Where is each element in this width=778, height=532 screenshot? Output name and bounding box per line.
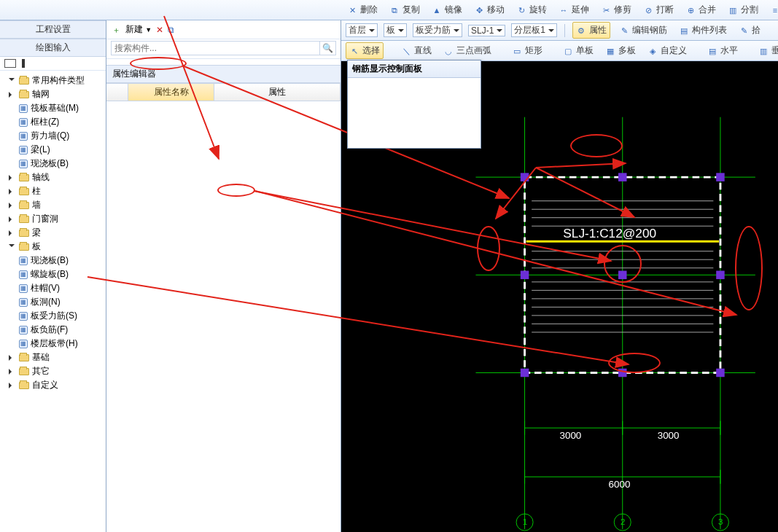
left-panel: 导航栏 工程设置 绘图输入 常用构件类型轴网▦筏板基础(M)▦框柱(Z)▦剪力墙…: [0, 20, 106, 532]
svg-rect-10: [521, 271, 529, 280]
search-icon: 🔍: [322, 43, 333, 53]
tree-item[interactable]: 柱: [0, 184, 106, 198]
anno-ellipse-left: [477, 226, 500, 271]
tree-item[interactable]: 轴网: [0, 87, 106, 101]
break-icon: ⊘: [643, 5, 653, 15]
rebar-display-panel[interactable]: 钢筋显示控制面板: [347, 60, 481, 149]
tree-item[interactable]: ▦螺旋板(B): [0, 267, 106, 281]
mini-frame-icon[interactable]: [4, 59, 16, 68]
line-icon: ＼: [401, 46, 411, 56]
extend-icon: ↔: [559, 5, 569, 15]
col-val: 属性: [214, 84, 341, 101]
custom-icon: ◈: [647, 46, 658, 56]
tree-item[interactable]: 基础: [0, 351, 106, 364]
split-icon: ▥: [728, 5, 738, 15]
add-icon: ＋: [111, 25, 121, 35]
svg-rect-7: [521, 173, 529, 181]
property-head: 属性名称 属性: [106, 84, 341, 101]
btn-delete[interactable]: ✕删除: [344, 2, 381, 17]
left-tab-draw[interactable]: 绘图输入: [0, 39, 106, 57]
axis-3: 3: [718, 517, 723, 526]
tree-item[interactable]: ▦现浇板(B): [0, 157, 106, 171]
cbo-type[interactable]: 板受力筋: [413, 23, 462, 37]
btn-single[interactable]: ▢单板: [560, 43, 596, 58]
dim-6000: 6000: [609, 479, 631, 490]
btn-move[interactable]: ✥移动: [471, 2, 507, 17]
btn-arc[interactable]: ◡三点画弧: [440, 43, 494, 58]
tree-item[interactable]: 轴线: [0, 171, 106, 184]
anno-ellipse-bottom: [608, 353, 661, 373]
btn-trim[interactable]: ✂修剪: [598, 2, 634, 17]
col-name: 属性名称: [128, 84, 214, 101]
tree-item[interactable]: 板: [0, 240, 106, 254]
tree-item[interactable]: ▦现浇板(B): [0, 254, 106, 267]
tree-item[interactable]: ▦剪力墙(Q): [0, 129, 106, 143]
btn-comp-list[interactable]: ▤构件列表: [676, 23, 730, 38]
btn-extend[interactable]: ↔延伸: [556, 2, 592, 17]
pencil-icon: ✎: [619, 26, 629, 36]
tree-item[interactable]: ▦楼层板带(H): [0, 337, 106, 351]
list-icon: ▤: [679, 26, 689, 36]
cbo-comp[interactable]: 板: [384, 23, 407, 37]
single-icon: ▢: [563, 46, 573, 56]
anno-ellipse-center: [604, 245, 642, 283]
middle-panel: ＋ 新建 ▼ ✕ ⧉ 🔍 属性编辑器 属性名称 属性: [106, 20, 341, 532]
mid-toolbar: ＋ 新建 ▼ ✕ ⧉: [106, 20, 341, 39]
rebar-label: SLJ-1:C12@200: [563, 226, 656, 240]
dim-3000-l: 3000: [560, 430, 582, 441]
btn-pick[interactable]: ✎拾: [736, 23, 763, 38]
float-title: 钢筋显示控制面板: [348, 60, 481, 78]
search-row: 🔍: [106, 39, 341, 59]
btn-align[interactable]: ≡对齐: [767, 2, 778, 17]
merge-icon: ⊕: [685, 5, 696, 15]
eyedrop-icon: ✎: [739, 26, 749, 36]
svg-rect-8: [618, 173, 627, 181]
axis-1: 1: [523, 517, 527, 526]
tree-item[interactable]: 墙: [0, 198, 106, 212]
btn-break[interactable]: ⊘打断: [640, 2, 677, 17]
btn-attr[interactable]: ⚙属性: [572, 22, 610, 39]
mini-left-icon[interactable]: [22, 59, 28, 68]
level-icon: ▤: [707, 46, 717, 56]
tree-item[interactable]: 其它: [0, 364, 106, 378]
anno-ellipse-right: [735, 226, 763, 310]
btn-custom[interactable]: ◈自定义: [645, 43, 690, 58]
btn-copy[interactable]: ⧉复制: [386, 2, 423, 17]
search-button[interactable]: 🔍: [320, 41, 336, 55]
tree-item[interactable]: ▦板受力筋(S): [0, 309, 106, 323]
top-toolbar: ✕删除 ⧉复制 ▲镜像 ✥移动 ↻旋转 ↔延伸 ✂修剪 ⊘打断 ⊕合并 ▥分割 …: [0, 0, 778, 20]
search-input[interactable]: [111, 41, 320, 55]
btn-split[interactable]: ▥分割: [725, 2, 761, 17]
svg-rect-12: [716, 271, 725, 280]
tree-item[interactable]: 门窗洞: [0, 212, 106, 226]
btn-line[interactable]: ＼直线: [398, 43, 435, 58]
btn-del[interactable]: ✕: [156, 25, 163, 35]
btn-rect[interactable]: ▭矩形: [509, 43, 545, 58]
cbo-layer[interactable]: 首层: [346, 23, 378, 37]
btn-level[interactable]: ▤水平: [704, 43, 741, 58]
tree-item[interactable]: ▦板洞(N): [0, 295, 106, 309]
cbo-floor[interactable]: 分层板1: [511, 23, 557, 37]
tree-item[interactable]: 常用构件类型: [0, 74, 106, 87]
tree-item[interactable]: 自定义: [0, 378, 106, 392]
left-tab-project[interactable]: 工程设置: [0, 20, 106, 39]
btn-select[interactable]: ↖选择: [346, 42, 384, 59]
tree-item[interactable]: ▦板负筋(F): [0, 323, 106, 337]
tree-item[interactable]: ▦梁(L): [0, 143, 106, 157]
btn-edit-rebar[interactable]: ✎编辑钢筋: [616, 23, 670, 38]
move-icon: ✥: [474, 5, 484, 15]
btn-rotate[interactable]: ↻旋转: [513, 2, 550, 17]
tree-item[interactable]: 梁: [0, 226, 106, 240]
btn-new[interactable]: 新建 ▼: [125, 23, 152, 36]
tree-item[interactable]: ▦筏板基础(M): [0, 101, 106, 115]
btn-copy2[interactable]: ⧉: [168, 25, 174, 35]
btn-mirror[interactable]: ▲镜像: [429, 2, 465, 17]
btn-vert[interactable]: ▥垂: [755, 43, 778, 58]
tree-item[interactable]: ▦框柱(Z): [0, 115, 106, 129]
arc-icon: ◡: [443, 46, 454, 56]
btn-merge[interactable]: ⊕合并: [682, 2, 719, 17]
tree-item[interactable]: ▦柱帽(V): [0, 281, 106, 295]
btn-multi[interactable]: ▦多板: [602, 43, 639, 58]
property-table: 属性名称 属性: [106, 83, 341, 532]
cbo-inst[interactable]: SLJ-1: [468, 25, 505, 36]
